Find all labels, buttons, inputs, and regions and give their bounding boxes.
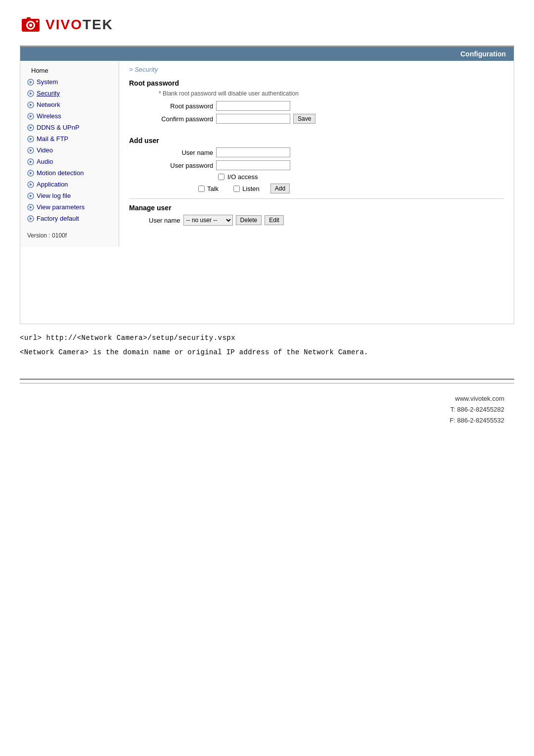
- user-password-row: User password: [149, 160, 504, 170]
- add-user-button[interactable]: Add: [270, 184, 290, 193]
- delete-user-button[interactable]: Delete: [236, 215, 262, 225]
- sidebar-item-video[interactable]: Video: [20, 144, 119, 156]
- confirm-password-input[interactable]: [216, 114, 290, 124]
- arrow-icon-factory: [27, 215, 34, 222]
- config-label: Configuration: [460, 50, 506, 58]
- wireless-label: Wireless: [37, 112, 61, 120]
- viewlog-label: View log file: [37, 192, 71, 199]
- user-password-input[interactable]: [216, 160, 290, 170]
- svg-marker-13: [30, 115, 32, 118]
- footer-website: www.vivotek.com: [0, 393, 504, 404]
- arrow-icon-viewparams: [27, 204, 34, 211]
- svg-marker-29: [30, 206, 32, 209]
- sidebar-item-home[interactable]: Home: [20, 65, 119, 76]
- sidebar-item-security[interactable]: Security: [20, 88, 119, 99]
- factory-label: Factory default: [37, 215, 79, 222]
- talk-label-container: Talk: [198, 185, 219, 192]
- section-divider: [129, 198, 504, 199]
- sidebar-item-network[interactable]: Network: [20, 99, 119, 110]
- sidebar-item-application[interactable]: Application: [20, 179, 119, 190]
- network-label: Network: [37, 101, 60, 108]
- footer-divider-top: [20, 378, 514, 380]
- desc-text: <Network Camera> is the domain name or o…: [20, 347, 514, 359]
- io-access-label: I/O access: [227, 173, 258, 181]
- security-label: Security: [37, 90, 60, 97]
- edit-user-button[interactable]: Edit: [265, 215, 284, 225]
- home-label: Home: [31, 67, 48, 74]
- svg-marker-7: [30, 81, 32, 84]
- sidebar-item-factory[interactable]: Factory default: [20, 213, 119, 224]
- footer-fax: F: 886-2-82455532: [0, 415, 504, 426]
- arrow-icon-audio: [27, 158, 34, 165]
- talk-label-text: Talk: [207, 185, 219, 192]
- sidebar-item-ddns[interactable]: DDNS & UPnP: [20, 122, 119, 133]
- username-input[interactable]: [216, 147, 290, 157]
- add-user-title: Add user: [129, 137, 504, 144]
- talk-listen-row: Talk Listen Add: [198, 184, 504, 193]
- logo-text: VIVOTEK: [45, 17, 113, 33]
- sidebar-item-viewparams[interactable]: View parameters: [20, 201, 119, 213]
- svg-marker-25: [30, 183, 32, 186]
- arrow-icon-ddns: [27, 124, 34, 131]
- arrow-icon-viewlog: [27, 192, 34, 199]
- username-row: User name: [149, 147, 504, 157]
- content-area: > Security Root password * Blank root pa…: [119, 61, 514, 247]
- root-password-label: Root password: [149, 102, 213, 110]
- url-text: <url> http://<Network Camera>/setup/secu…: [20, 334, 514, 342]
- system-label: System: [37, 78, 58, 86]
- svg-point-3: [29, 24, 32, 27]
- arrow-icon-application: [27, 181, 34, 188]
- root-password-hint: * Blank root password will disable user …: [159, 90, 504, 97]
- viewparams-label: View parameters: [37, 203, 85, 211]
- confirm-password-row: Confirm password Save: [149, 114, 504, 124]
- svg-marker-21: [30, 160, 32, 163]
- username-label: User name: [149, 149, 213, 156]
- root-password-input[interactable]: [216, 101, 290, 111]
- footer-contact: www.vivotek.com T: 886-2-82455282 F: 886…: [0, 383, 534, 441]
- arrow-icon-network: [27, 101, 34, 108]
- arrow-icon-motion: [27, 170, 34, 177]
- user-password-label: User password: [149, 162, 213, 169]
- svg-marker-11: [30, 103, 32, 106]
- svg-marker-23: [30, 172, 32, 175]
- arrow-icon-video: [27, 147, 34, 154]
- sidebar-item-audio[interactable]: Audio: [20, 156, 119, 167]
- manage-user-title: Manage user: [129, 204, 504, 212]
- manage-user-select[interactable]: -- no user --: [183, 215, 233, 226]
- svg-point-5: [36, 20, 38, 22]
- below-content: <url> http://<Network Camera>/setup/secu…: [20, 334, 514, 359]
- sidebar-item-viewlog[interactable]: View log file: [20, 190, 119, 201]
- video-label: Video: [37, 146, 53, 154]
- audio-label: Audio: [37, 158, 53, 165]
- ddns-label: DDNS & UPnP: [37, 124, 80, 131]
- io-access-checkbox[interactable]: [218, 174, 224, 180]
- arrow-icon-mail-ftp: [27, 136, 34, 142]
- manage-user-row: User name -- no user -- Delete Edit: [149, 215, 504, 226]
- talk-checkbox[interactable]: [198, 186, 205, 192]
- application-label: Application: [37, 181, 68, 188]
- motion-label: Motion detection: [37, 169, 84, 177]
- sidebar-item-system[interactable]: System: [20, 76, 119, 88]
- svg-marker-15: [30, 126, 32, 129]
- io-access-row: I/O access: [218, 173, 504, 181]
- logo: VIVOTEK: [20, 14, 514, 36]
- vivotek-logo-icon: [20, 14, 42, 36]
- mail-ftp-label: Mail & FTP: [37, 135, 68, 142]
- svg-rect-4: [27, 17, 31, 20]
- svg-marker-19: [30, 149, 32, 152]
- main-content-box: Configuration Home System Se: [20, 47, 514, 324]
- sidebar-item-motion[interactable]: Motion detection: [20, 167, 119, 179]
- sidebar-item-wireless[interactable]: Wireless: [20, 110, 119, 122]
- config-title-bar: Configuration: [20, 47, 514, 61]
- svg-marker-17: [30, 138, 32, 141]
- manage-username-label: User name: [149, 217, 180, 224]
- sidebar-item-mail-ftp[interactable]: Mail & FTP: [20, 133, 119, 144]
- save-button[interactable]: Save: [293, 114, 315, 124]
- breadcrumb-text: > Security: [129, 66, 158, 73]
- arrow-icon-wireless: [27, 113, 34, 120]
- page-header: VIVOTEK: [0, 0, 534, 46]
- root-password-row: Root password: [149, 101, 504, 111]
- listen-checkbox[interactable]: [233, 186, 240, 192]
- svg-marker-27: [30, 194, 32, 197]
- breadcrumb: > Security: [129, 66, 504, 73]
